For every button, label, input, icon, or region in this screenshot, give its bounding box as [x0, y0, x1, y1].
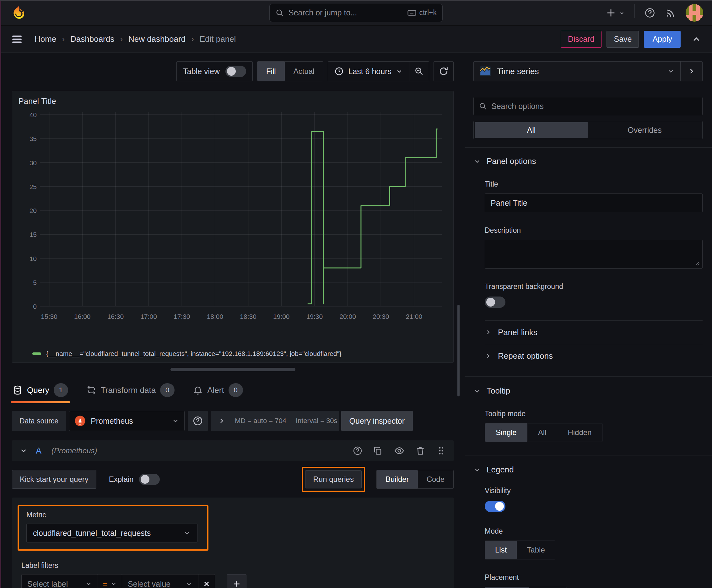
legend-series-label[interactable]: {__name__="cloudflared_tunnel_total_requ… [46, 350, 342, 357]
repeat-options-section[interactable]: Repeat options [473, 344, 703, 368]
chevron-down-icon [172, 417, 179, 425]
legend-visibility-toggle[interactable] [485, 501, 505, 512]
time-series-chart[interactable]: 051015202530354015:3016:0016:3017:0017:3… [19, 107, 448, 348]
tab-all[interactable]: All [475, 122, 588, 138]
duplicate-query-icon[interactable] [373, 446, 383, 456]
remove-filter-button[interactable] [198, 574, 215, 588]
chevron-right-icon [485, 329, 492, 336]
query-inspector-button[interactable]: Query inspector [341, 411, 413, 431]
tooltip-single-option[interactable]: Single [485, 423, 527, 442]
tab-transform-label: Transform data [101, 385, 156, 395]
apply-button[interactable]: Apply [644, 31, 681, 48]
panel-title-input[interactable] [491, 198, 697, 208]
run-queries-button[interactable]: Run queries [305, 470, 361, 488]
legend-header[interactable]: Legend [473, 465, 703, 475]
panel-links-section[interactable]: Panel links [473, 321, 703, 344]
zoom-out-button[interactable] [409, 62, 429, 81]
operator-dropdown[interactable]: = [98, 574, 122, 588]
help-icon[interactable] [644, 7, 655, 19]
breadcrumb-home[interactable]: Home [35, 34, 56, 44]
select-value-dropdown[interactable]: Select value [122, 574, 198, 588]
legend-placement-label: Placement [485, 573, 703, 582]
explain-toggle[interactable] [139, 474, 160, 485]
chevron-down-icon [186, 581, 192, 587]
options-search[interactable] [473, 97, 703, 115]
builder-option[interactable]: Builder [377, 470, 418, 488]
tooltip-mode-label: Tooltip mode [485, 410, 703, 418]
chevron-down-icon [473, 466, 481, 474]
metric-select[interactable]: cloudflared_tunnel_total_requests [26, 524, 197, 543]
description-label: Description [485, 226, 703, 235]
transparent-background-label: Transparent background [485, 282, 703, 291]
table-view-toggle[interactable] [225, 66, 246, 77]
tooltip-all-option[interactable]: All [527, 423, 557, 442]
menu-icon[interactable] [11, 33, 23, 45]
operator-value: = [103, 580, 108, 588]
collapse-options-button[interactable] [680, 62, 702, 81]
explain-label: Explain [109, 475, 134, 484]
panel-options-header[interactable]: Panel options [473, 156, 703, 166]
description-textarea[interactable] [485, 240, 703, 269]
avatar[interactable] [686, 4, 703, 22]
tab-alert[interactable]: Alert 0 [192, 380, 243, 400]
global-search-input[interactable] [288, 8, 403, 17]
tooltip-hidden-option[interactable]: Hidden [557, 423, 602, 442]
chevron-right-icon [218, 417, 225, 425]
tab-transform[interactable]: Transform data 0 [86, 380, 175, 400]
legend-table-option[interactable]: Table [517, 541, 555, 559]
datasource-help-button[interactable] [188, 411, 208, 431]
delete-query-icon[interactable] [415, 446, 425, 456]
grafana-logo-icon[interactable] [11, 5, 27, 21]
add-new-button[interactable] [606, 7, 625, 18]
global-search[interactable]: ctrl+k [269, 4, 443, 22]
select-label-dropdown[interactable]: Select label [21, 574, 98, 588]
time-range-picker: Last 6 hours [328, 61, 429, 81]
actual-option[interactable]: Actual [285, 62, 323, 81]
chevron-down-icon[interactable] [19, 447, 28, 455]
query-help-icon[interactable] [352, 446, 363, 456]
time-range-label: Last 6 hours [348, 67, 391, 76]
time-range-button[interactable]: Last 6 hours [328, 62, 409, 81]
tooltip-header[interactable]: Tooltip [473, 386, 703, 396]
repeat-options-heading: Repeat options [498, 351, 553, 361]
chevron-down-icon [667, 67, 675, 75]
svg-text:5: 5 [33, 279, 37, 286]
fill-option[interactable]: Fill [257, 62, 285, 81]
search-shortcut: ctrl+k [407, 8, 437, 18]
kick-start-button[interactable]: Kick start your query [12, 470, 96, 489]
breadcrumb: Home › Dashboards › New dashboard › Edit… [35, 34, 236, 44]
metric-label: Metric [26, 511, 200, 519]
tab-overrides[interactable]: Overrides [588, 122, 701, 138]
svg-text:19:30: 19:30 [306, 313, 323, 320]
refresh-button[interactable] [434, 61, 454, 81]
query-row-header[interactable]: A (Prometheus) [12, 440, 454, 461]
hide-query-icon[interactable] [394, 445, 405, 456]
query-options-strip[interactable]: MD = auto = 704 Interval = 30s [211, 411, 339, 431]
tab-query[interactable]: Query 1 [12, 380, 69, 400]
datasource-picker[interactable]: Prometheus [69, 411, 185, 431]
news-icon[interactable] [665, 7, 676, 19]
code-option[interactable]: Code [418, 470, 453, 488]
collapse-up-icon[interactable] [691, 34, 701, 44]
viz-type-button[interactable]: Time series [474, 62, 680, 81]
drag-handle-icon[interactable] [436, 446, 446, 456]
legend-series-marker[interactable] [33, 352, 41, 355]
options-search-input[interactable] [491, 102, 697, 111]
breadcrumb-dashboards[interactable]: Dashboards [70, 34, 114, 44]
max-data-points-stat: MD = auto = 704 [235, 417, 286, 425]
breadcrumb-new-dashboard[interactable]: New dashboard [128, 34, 186, 44]
chevron-right-icon [485, 352, 492, 359]
editor-tabs: Query 1 Transform data 0 [12, 379, 454, 401]
discard-button[interactable]: Discard [561, 31, 602, 48]
add-filter-button[interactable] [227, 574, 246, 588]
editor-resize-handle[interactable] [170, 368, 296, 371]
legend-list-option[interactable]: List [485, 541, 517, 559]
panel-links-heading: Panel links [498, 328, 537, 337]
svg-text:17:30: 17:30 [174, 313, 190, 320]
resize-grip-icon[interactable] [695, 261, 700, 266]
scrollbar-thumb[interactable] [457, 305, 459, 396]
transparent-background-toggle[interactable] [485, 296, 505, 308]
save-button[interactable]: Save [606, 31, 639, 48]
table-view-label: Table view [183, 67, 220, 76]
svg-text:17:00: 17:00 [140, 313, 157, 320]
